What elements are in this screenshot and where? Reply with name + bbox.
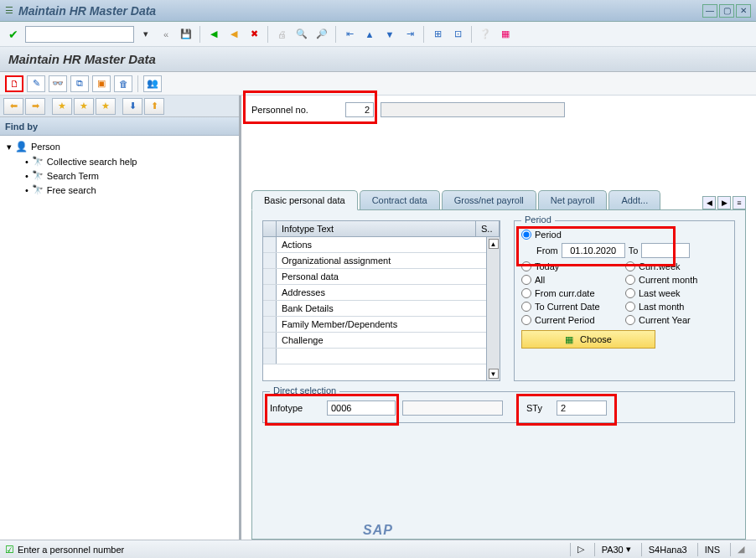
tree-item-freesearch[interactable]: •🔭 Free search	[7, 183, 232, 197]
personnel-input[interactable]	[345, 102, 374, 117]
save-icon[interactable]: 💾	[178, 26, 194, 43]
findby-header: Find by	[0, 117, 239, 136]
enter-icon[interactable]: ✔	[5, 26, 22, 43]
table-row[interactable]: Bank Details	[263, 301, 500, 317]
radio-currweek[interactable]: Curr.week	[625, 261, 728, 271]
radio-currmonth[interactable]: Current month	[625, 275, 728, 285]
table-row[interactable]: Family Member/Dependents	[263, 317, 500, 333]
personnel-name-display	[381, 102, 565, 117]
first-page-icon[interactable]: ⇤	[341, 26, 358, 43]
radio-tocurrent[interactable]: To Current Date	[521, 302, 624, 312]
it-header-text[interactable]: Infotype Text	[277, 221, 476, 236]
radio-currperiod[interactable]: Current Period	[521, 315, 624, 325]
infotype-label: Infotype	[270, 403, 320, 413]
fav-3-button[interactable]: ★	[96, 98, 116, 115]
table-row[interactable]: Personal data	[263, 269, 500, 285]
radio-lastweek[interactable]: Last week	[625, 288, 728, 298]
nav-back-button[interactable]: ⬅	[3, 98, 23, 115]
exit-icon[interactable]: ◀	[225, 26, 242, 43]
sap-logo: SAP	[363, 523, 393, 538]
status-tcode[interactable]: PA30 ▾	[594, 543, 638, 556]
tree-item-collective[interactable]: •🔭 Collective search help	[7, 154, 232, 168]
choose-button[interactable]: ▦ Choose	[521, 330, 655, 349]
table-scrollbar[interactable]: ▲ ▼	[486, 237, 500, 380]
history-back-icon[interactable]: «	[158, 26, 174, 43]
help-icon[interactable]: ❔	[477, 26, 494, 43]
to-date-input[interactable]	[641, 243, 690, 258]
close-button[interactable]: ✕	[736, 4, 751, 18]
expand-button[interactable]: ⬇	[122, 98, 142, 115]
tab-contract[interactable]: Contract data	[360, 190, 440, 209]
binoculars-icon: 🔭	[32, 156, 44, 167]
back-icon[interactable]: ◀	[205, 26, 222, 43]
find-next-icon[interactable]: 🔎	[313, 26, 330, 43]
status-message: Enter a personnel number	[18, 545, 124, 555]
it-header-s[interactable]: S..	[476, 221, 500, 236]
binoculars-icon: 🔭	[32, 170, 44, 181]
display-button[interactable]: 👓	[49, 75, 67, 92]
copy-button[interactable]: ⧉	[70, 75, 89, 92]
next-page-icon[interactable]: ▼	[381, 26, 398, 43]
radio-period-input[interactable]	[521, 230, 531, 240]
edit-button[interactable]: ✎	[27, 75, 45, 92]
fav-2-button[interactable]: ★	[74, 98, 94, 115]
find-icon[interactable]: 🔍	[293, 26, 310, 43]
from-date-input[interactable]	[562, 243, 625, 258]
tree-item-person[interactable]: ▾ 👤 Person	[7, 139, 232, 154]
new-session-icon[interactable]: ⊞	[429, 26, 446, 43]
radio-curryear[interactable]: Current Year	[625, 315, 728, 325]
choose-label: Choose	[580, 334, 612, 344]
minimize-button[interactable]: —	[702, 4, 717, 18]
radio-fromcurr[interactable]: From curr.date	[521, 288, 624, 298]
app-menu-icon[interactable]: ☰	[5, 5, 13, 16]
person-icon: 👤	[15, 141, 28, 152]
copy-icon: ⧉	[76, 78, 83, 89]
command-field[interactable]	[25, 26, 134, 43]
table-row[interactable]: Addresses	[263, 285, 500, 301]
status-grip-icon: ◢	[730, 543, 751, 556]
delimit-icon: ▣	[97, 78, 106, 89]
layout-icon[interactable]: ▦	[497, 26, 514, 43]
table-row[interactable]	[263, 349, 500, 364]
collapse-button[interactable]: ⬆	[144, 98, 164, 115]
tab-basic-personal[interactable]: Basic personal data	[251, 190, 358, 210]
shortcut-icon[interactable]: ⊡	[449, 26, 466, 43]
sty-input[interactable]	[557, 400, 607, 416]
cancel-icon[interactable]: ✖	[246, 26, 262, 43]
pencil-icon: ✎	[33, 78, 40, 89]
radio-today[interactable]: Today	[521, 261, 624, 271]
status-mode[interactable]: INS	[697, 543, 727, 556]
table-row[interactable]: Challenge	[263, 333, 500, 349]
tab-scroll-right[interactable]: ▶	[717, 196, 731, 209]
tab-net-payroll[interactable]: Net payroll	[538, 190, 608, 209]
page-title: Maintain HR Master Data	[8, 52, 156, 66]
overview-button[interactable]: 👥	[143, 75, 162, 92]
last-page-icon[interactable]: ⇥	[401, 26, 418, 43]
tree-item-searchterm[interactable]: •🔭 Search Term	[7, 168, 232, 183]
radio-lastmonth[interactable]: Last month	[625, 302, 728, 312]
radio-all[interactable]: All	[521, 275, 624, 285]
tab-scroll-left[interactable]: ◀	[702, 196, 716, 209]
print-icon[interactable]: 🖨	[273, 26, 290, 43]
tab-addt[interactable]: Addt...	[608, 190, 660, 209]
table-row[interactable]: Organizational assignment	[263, 253, 500, 269]
command-dropdown-icon[interactable]: ▾	[137, 26, 154, 43]
delimit-button[interactable]: ▣	[92, 75, 111, 92]
scroll-up-icon: ▲	[489, 239, 499, 249]
infotype-input[interactable]	[327, 400, 396, 416]
tree-label: Search Term	[47, 171, 99, 181]
status-sep: ▷	[570, 543, 591, 556]
tree-label: Free search	[47, 185, 96, 195]
nav-forward-button[interactable]: ➡	[25, 98, 45, 115]
create-button[interactable]: 🗋	[5, 75, 23, 92]
prev-page-icon[interactable]: ▲	[361, 26, 378, 43]
maximize-button[interactable]: ▢	[719, 4, 734, 18]
fav-1-button[interactable]: ★	[52, 98, 72, 115]
tree-label: Collective search help	[47, 157, 137, 167]
radio-period[interactable]: Period	[521, 230, 728, 240]
status-system[interactable]: S4Hana3	[641, 543, 694, 556]
table-row[interactable]: Actions	[263, 237, 500, 253]
tab-list[interactable]: ≡	[733, 196, 746, 209]
delete-button[interactable]: 🗑	[114, 75, 132, 92]
tab-gross-net[interactable]: Gross/net payroll	[442, 190, 536, 209]
